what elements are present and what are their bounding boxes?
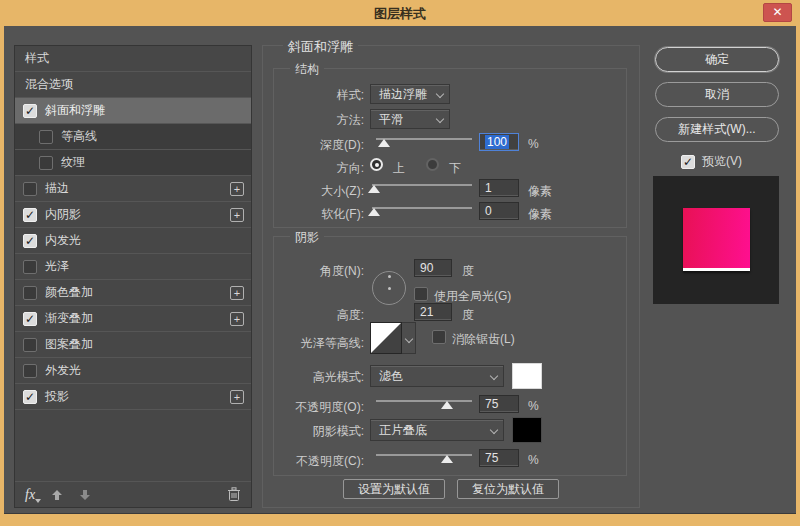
sidebar-item-12[interactable]: 外发光	[15, 358, 251, 384]
angle-dial[interactable]	[372, 271, 406, 305]
depth-slider[interactable]	[376, 133, 472, 147]
preview-area	[653, 176, 779, 304]
highlight-mode-value: 滤色	[379, 368, 403, 385]
unchecked-checkbox-icon[interactable]	[23, 260, 37, 274]
technique-dropdown[interactable]: 平滑	[370, 109, 450, 129]
sidebar-item-1[interactable]: 混合选项	[15, 72, 251, 98]
checked-checkbox-icon[interactable]	[23, 208, 37, 222]
angle-input[interactable]: 90	[414, 259, 452, 277]
cancel-button[interactable]: 取消	[655, 82, 779, 107]
add-effect-icon[interactable]: +	[230, 208, 244, 222]
sidebar-item-8[interactable]: 光泽	[15, 254, 251, 280]
add-effect-icon[interactable]: +	[230, 312, 244, 326]
unchecked-checkbox-icon[interactable]	[39, 156, 53, 170]
depth-unit: %	[528, 137, 539, 151]
antialias-checkbox[interactable]	[432, 330, 446, 344]
close-icon[interactable]: ✕	[763, 3, 792, 22]
checked-checkbox-icon[interactable]	[23, 234, 37, 248]
highlight-color-swatch[interactable]	[512, 363, 542, 389]
style-dropdown[interactable]: 描边浮雕	[370, 84, 450, 104]
sidebar-item-0[interactable]: 样式	[15, 46, 251, 72]
opacity-o-label: 不透明度(O):	[274, 399, 364, 416]
opacity-o-value: 75	[485, 397, 498, 411]
soften-input[interactable]: 0	[479, 202, 519, 220]
make-default-button[interactable]: 设置为默认值	[343, 479, 445, 499]
sidebar-item-label: 内发光	[45, 232, 81, 249]
size-value: 1	[485, 181, 492, 195]
soften-label: 软化(F):	[274, 206, 364, 223]
use-global-light-checkbox[interactable]	[414, 287, 428, 301]
angle-label: 角度(N):	[274, 263, 364, 280]
sidebar-item-label: 描边	[45, 180, 69, 197]
size-slider[interactable]	[372, 179, 472, 193]
preview-swatch	[683, 208, 750, 271]
add-effect-icon[interactable]: +	[230, 182, 244, 196]
sidebar-item-10[interactable]: 渐变叠加+	[15, 306, 251, 332]
opacity-o-slider[interactable]	[376, 395, 472, 409]
titlebar[interactable]: 图层样式 ✕	[0, 0, 800, 26]
gloss-contour-picker[interactable]	[402, 322, 416, 354]
size-input[interactable]: 1	[479, 179, 519, 197]
size-label: 大小(Z):	[274, 183, 364, 200]
sidebar-item-3[interactable]: 等高线	[15, 124, 251, 150]
unchecked-checkbox-icon[interactable]	[39, 130, 53, 144]
shadow-mode-value: 正片叠底	[379, 422, 427, 439]
sidebar-item-11[interactable]: 图案叠加	[15, 332, 251, 358]
ok-button[interactable]: 确定	[655, 47, 779, 72]
preview-checkbox[interactable]	[681, 155, 695, 169]
shadow-color-swatch[interactable]	[512, 417, 542, 443]
sidebar-item-2[interactable]: 斜面和浮雕	[15, 98, 251, 124]
highlight-mode-dropdown[interactable]: 滤色	[370, 365, 504, 387]
shadow-mode-dropdown[interactable]: 正片叠底	[370, 419, 504, 441]
chevron-down-icon	[436, 115, 444, 123]
sidebar-item-6[interactable]: 内阴影+	[15, 202, 251, 228]
style-label: 样式:	[274, 87, 364, 104]
sidebar-item-label: 样式	[25, 50, 49, 67]
checked-checkbox-icon[interactable]	[23, 104, 37, 118]
opacity-o-input[interactable]: 75	[479, 395, 519, 413]
depth-input[interactable]: 100	[479, 133, 519, 151]
unchecked-checkbox-icon[interactable]	[23, 338, 37, 352]
preview-label: 预览(V)	[702, 153, 742, 170]
effects-list: 样式混合选项斜面和浮雕等高线纹理描边+内阴影+内发光光泽颜色叠加+渐变叠加+图案…	[15, 46, 251, 410]
unchecked-checkbox-icon[interactable]	[23, 286, 37, 300]
altitude-input[interactable]: 21	[414, 303, 452, 321]
dialog-title: 图层样式	[0, 5, 800, 23]
sidebar-item-label: 内阴影	[45, 206, 81, 223]
checked-checkbox-icon[interactable]	[23, 390, 37, 404]
checked-checkbox-icon[interactable]	[23, 312, 37, 326]
move-up-icon[interactable]	[51, 489, 63, 501]
sidebar-item-13[interactable]: 投影+	[15, 384, 251, 410]
chevron-down-icon	[490, 426, 498, 434]
reset-default-button[interactable]: 复位为默认值	[457, 479, 559, 499]
new-style-button[interactable]: 新建样式(W)...	[655, 117, 779, 142]
gloss-contour-thumbnail[interactable]	[370, 322, 402, 354]
altitude-label: 高度:	[274, 307, 364, 324]
move-down-icon[interactable]	[79, 489, 91, 501]
effects-list-panel: 样式混合选项斜面和浮雕等高线纹理描边+内阴影+内发光光泽颜色叠加+渐变叠加+图案…	[14, 45, 252, 508]
direction-up-radio[interactable]	[370, 158, 383, 171]
sidebar-item-4[interactable]: 纹理	[15, 150, 251, 176]
direction-down-radio[interactable]	[426, 158, 439, 171]
unchecked-checkbox-icon[interactable]	[23, 364, 37, 378]
sidebar-item-label: 等高线	[61, 128, 97, 145]
sidebar-item-label: 渐变叠加	[45, 310, 93, 327]
sidebar-item-9[interactable]: 颜色叠加+	[15, 280, 251, 306]
soften-slider[interactable]	[372, 202, 472, 216]
altitude-value: 21	[420, 305, 433, 319]
sidebar-item-7[interactable]: 内发光	[15, 228, 251, 254]
chevron-down-icon	[405, 335, 413, 343]
sidebar-item-5[interactable]: 描边+	[15, 176, 251, 202]
technique-dropdown-value: 平滑	[379, 111, 403, 128]
add-effect-icon[interactable]: +	[230, 390, 244, 404]
bevel-emboss-panel: 斜面和浮雕 结构 样式: 描边浮雕 方法: 平滑 深度(D):	[262, 45, 640, 508]
add-effect-icon[interactable]: +	[230, 286, 244, 300]
layer-style-dialog: 图层样式 ✕ 样式混合选项斜面和浮雕等高线纹理描边+内阴影+内发光光泽颜色叠加+…	[0, 0, 800, 526]
unchecked-checkbox-icon[interactable]	[23, 182, 37, 196]
highlight-mode-label: 高光模式:	[274, 369, 364, 386]
opacity-c-slider[interactable]	[376, 449, 472, 463]
delete-effect-icon[interactable]	[227, 487, 241, 502]
fx-menu-icon[interactable]: fx	[25, 487, 35, 503]
opacity-c-input[interactable]: 75	[479, 449, 519, 467]
direction-down-label: 下	[449, 160, 461, 177]
